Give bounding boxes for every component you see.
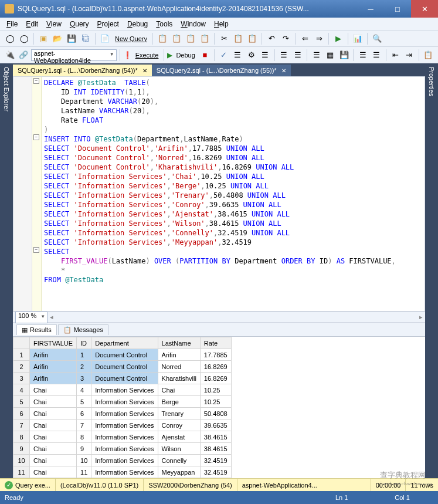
properties-tab[interactable]: Properties <box>425 63 438 478</box>
include-plan-button[interactable]: ☰ <box>278 49 290 62</box>
column-header[interactable]: ID <box>77 337 91 349</box>
back-button[interactable]: ◯ <box>4 32 16 45</box>
results-grid-button[interactable]: ▦ <box>324 49 337 62</box>
table-row[interactable]: 3Arifin3Document ControlKharatishvili16.… <box>13 373 232 384</box>
close-button[interactable]: ✕ <box>411 0 438 18</box>
cell[interactable]: Information Services <box>91 455 158 466</box>
save-all-button[interactable]: ⿻ <box>79 32 92 45</box>
cell[interactable]: Meyyappan <box>158 466 200 478</box>
results-tab[interactable]: ▦Results <box>16 324 57 335</box>
code-folding-margin[interactable]: − − − <box>32 77 42 311</box>
fold-toggle[interactable]: − <box>33 78 39 84</box>
debug-button[interactable]: Debug <box>174 52 197 59</box>
tab-close-icon[interactable]: ✕ <box>142 67 147 74</box>
cell[interactable]: 10.25 <box>200 384 231 396</box>
messages-tab[interactable]: 📋Messages <box>58 324 108 335</box>
cell[interactable]: 11 <box>77 466 91 478</box>
table-row[interactable]: 2Arifin2Document ControlNorred16.8269 <box>13 361 232 373</box>
cell[interactable]: Document Control <box>91 373 158 384</box>
cell[interactable]: 6 <box>77 408 91 420</box>
table-row[interactable]: 11Chai11Information ServicesMeyyappan32.… <box>13 466 232 478</box>
cell[interactable]: 10.25 <box>200 396 231 408</box>
analysis-query-button[interactable]: 📋 <box>170 32 183 45</box>
cell[interactable]: 7 <box>13 420 30 431</box>
cell[interactable]: 8 <box>77 431 91 443</box>
cell[interactable]: 1 <box>13 349 30 361</box>
cell[interactable]: 1 <box>77 349 91 361</box>
include-stats-button[interactable]: ☰ <box>291 49 304 62</box>
db-engine-query-button[interactable]: 📋 <box>156 32 169 45</box>
open-file-button[interactable]: 📂 <box>51 32 64 45</box>
cell[interactable]: 10 <box>77 455 91 466</box>
cell[interactable]: 10 <box>13 455 30 466</box>
cell[interactable]: Arifin <box>158 349 200 361</box>
cancel-query-button[interactable]: ■ <box>199 49 211 62</box>
cell[interactable]: Kharatishvili <box>158 373 200 384</box>
column-header[interactable]: LastName <box>158 337 200 349</box>
cell[interactable]: 8 <box>13 431 30 443</box>
cell[interactable]: Chai <box>158 384 200 396</box>
table-row[interactable]: 8Chai8Information ServicesAjenstat38.461… <box>13 431 232 443</box>
table-row[interactable]: 4Chai4Information ServicesChai10.25 <box>13 384 232 396</box>
cell[interactable]: 16.8269 <box>200 373 231 384</box>
cell[interactable]: Information Services <box>91 384 158 396</box>
menu-tools[interactable]: Tools <box>152 19 176 29</box>
tab-close-icon[interactable]: ✕ <box>281 67 286 74</box>
copy-button[interactable]: 📋 <box>232 32 245 45</box>
cell[interactable]: Ajenstat <box>158 431 200 443</box>
cell[interactable]: Berge <box>158 396 200 408</box>
cell[interactable]: Trenary <box>158 408 200 420</box>
cell[interactable]: 5 <box>13 396 30 408</box>
results-file-button[interactable]: 💾 <box>338 49 350 62</box>
menu-view[interactable]: View <box>42 19 66 29</box>
cell[interactable]: Information Services <box>91 443 158 455</box>
available-databases-combo[interactable]: aspnet-WebApplication4ide <box>31 49 117 61</box>
cell[interactable]: 9 <box>77 443 91 455</box>
cell[interactable]: Document Control <box>91 349 158 361</box>
execute-button[interactable]: Execute <box>133 52 161 59</box>
cell[interactable]: Chai <box>30 455 77 466</box>
object-explorer-tab[interactable]: Object Explorer <box>0 63 13 478</box>
menu-debug[interactable]: Debug <box>123 19 152 29</box>
cell[interactable]: 2 <box>13 361 30 373</box>
cell[interactable]: Information Services <box>91 396 158 408</box>
forward-button[interactable]: ◯ <box>18 32 30 45</box>
cell[interactable]: 17.7885 <box>200 349 231 361</box>
uncomment-button[interactable]: ☰ <box>371 49 383 62</box>
cell[interactable]: 6 <box>13 408 30 420</box>
minimize-button[interactable]: ─ <box>357 0 384 18</box>
cell[interactable]: 9 <box>13 443 30 455</box>
decrease-indent-button[interactable]: ⇤ <box>389 49 402 62</box>
cell[interactable]: 50.4808 <box>200 408 231 420</box>
cut-button[interactable]: ✂ <box>218 32 230 45</box>
xmla-query-button[interactable]: 📋 <box>198 32 211 45</box>
column-header[interactable] <box>13 337 30 349</box>
cell[interactable]: 38.4615 <box>200 431 231 443</box>
table-row[interactable]: 6Chai6Information ServicesTrenary50.4808 <box>13 408 232 420</box>
cell[interactable]: 5 <box>77 396 91 408</box>
column-header[interactable]: Rate <box>200 337 231 349</box>
cell[interactable]: Chai <box>30 384 77 396</box>
activity-monitor-button[interactable]: 📊 <box>351 32 364 45</box>
increase-indent-button[interactable]: ⇥ <box>403 49 415 62</box>
cell[interactable]: 2 <box>77 361 91 373</box>
parse-button[interactable]: ✓ <box>218 49 230 62</box>
editor-tab[interactable]: SQLQuery1.sql - (L...\DorbenZhang (54))*… <box>13 65 152 76</box>
results-grid[interactable]: FIRSTVALUEIDDepartmentLastNameRate1Arifi… <box>13 336 425 478</box>
cell[interactable]: Arifin <box>30 361 77 373</box>
cell[interactable]: Wilson <box>158 443 200 455</box>
code-area[interactable]: DECLARE @TestData TABLE( ID INT IDENTITY… <box>42 77 425 311</box>
save-button[interactable]: 💾 <box>65 32 78 45</box>
paste-button[interactable]: 📋 <box>246 32 259 45</box>
cell[interactable]: Chai <box>30 431 77 443</box>
nav-forward-button[interactable]: ⇒ <box>313 32 325 45</box>
fold-toggle[interactable]: − <box>33 134 39 140</box>
menu-query[interactable]: Query <box>66 19 93 29</box>
cell[interactable]: 38.4615 <box>200 443 231 455</box>
cell[interactable]: Information Services <box>91 466 158 478</box>
table-row[interactable]: 9Chai9Information ServicesWilson38.4615 <box>13 443 232 455</box>
cell[interactable]: 32.4519 <box>200 455 231 466</box>
cell[interactable]: 7 <box>77 420 91 431</box>
menu-help[interactable]: Help <box>210 19 233 29</box>
cell[interactable]: 39.6635 <box>200 420 231 431</box>
